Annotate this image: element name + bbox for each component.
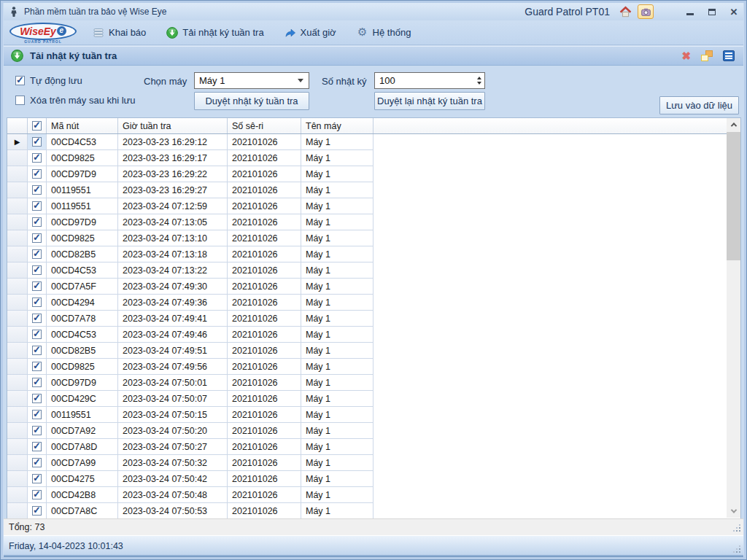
auto-save-checkbox[interactable] [15, 76, 25, 85]
row-check-cell[interactable] [28, 214, 47, 230]
menu-item-khai-bao[interactable]: Khai báo [93, 27, 146, 39]
table-row[interactable]: 00CD7A8C 2023-03-24 07:50:53 202101026 M… [7, 503, 740, 519]
spinner-arrows-icon[interactable] [477, 77, 481, 85]
cascade-windows-icon[interactable] [701, 50, 713, 61]
table-row[interactable]: 00CD4C53 2023-03-24 07:49:46 202101026 M… [7, 327, 740, 343]
row-checkbox[interactable] [32, 153, 42, 163]
row-checkbox[interactable] [32, 330, 42, 339]
row-selector-cell[interactable] [7, 407, 28, 423]
row-check-cell[interactable] [28, 423, 47, 439]
row-check-cell[interactable] [28, 150, 47, 166]
row-check-cell[interactable] [28, 279, 47, 295]
row-check-cell[interactable] [28, 391, 47, 407]
row-check-cell[interactable] [28, 262, 47, 279]
row-checkbox[interactable] [32, 314, 42, 323]
row-selector-cell[interactable] [7, 279, 28, 295]
table-row[interactable]: 00CD7A92 2023-03-24 07:50:20 202101026 M… [7, 423, 740, 439]
row-checkbox[interactable] [32, 410, 42, 419]
row-selector-cell[interactable] [7, 439, 28, 455]
row-selector-cell[interactable] [7, 182, 28, 198]
machine-select[interactable]: Máy 1 [194, 72, 309, 89]
row-checkbox[interactable] [32, 185, 42, 195]
menu-item-xuat-gio[interactable]: Xuất giờ [285, 27, 336, 39]
row-selector-cell[interactable] [7, 166, 28, 182]
restore-button[interactable] [707, 7, 717, 17]
table-row[interactable]: 00CD7A5F 2023-03-24 07:49:30 202101026 M… [7, 279, 740, 295]
row-check-cell[interactable] [28, 439, 47, 455]
scroll-up-icon[interactable] [727, 118, 740, 131]
row-check-cell[interactable] [28, 503, 47, 519]
table-row[interactable]: 00CD97D9 2023-03-24 07:50:01 202101026 M… [7, 375, 740, 391]
row-check-cell[interactable] [28, 246, 47, 262]
row-checkbox[interactable] [32, 506, 42, 516]
table-row[interactable]: 00119551 2023-03-23 16:29:27 202101026 M… [7, 182, 740, 198]
row-checkbox[interactable] [32, 265, 42, 275]
table-row[interactable]: 00CD97D9 2023-03-23 16:29:22 202101026 M… [7, 166, 740, 182]
row-selector-cell[interactable] [7, 311, 28, 327]
row-selector-cell[interactable] [7, 471, 28, 487]
select-all-checkbox[interactable] [32, 121, 42, 131]
row-check-cell[interactable] [28, 487, 47, 503]
delete-after-checkbox[interactable] [15, 96, 25, 105]
table-row[interactable]: 00CD7A99 2023-03-24 07:50:32 202101026 M… [7, 455, 740, 471]
panel-close-icon[interactable]: ✖ [681, 50, 691, 61]
save-to-database-button[interactable]: Lưu vào dữ liệu [659, 96, 739, 114]
table-row[interactable]: 00CD429C 2023-03-24 07:50:07 202101026 M… [7, 391, 740, 407]
row-checkbox[interactable] [32, 362, 42, 371]
delete-after-checkbox-row[interactable]: Xóa trên máy sau khi lưu [15, 95, 136, 106]
home-icon[interactable] [619, 5, 632, 18]
table-row[interactable]: 00CD9825 2023-03-24 07:13:10 202101026 M… [7, 230, 740, 246]
row-selector-cell[interactable] [7, 359, 28, 375]
row-checkbox[interactable] [32, 394, 42, 403]
row-check-cell[interactable] [28, 359, 47, 375]
scroll-down-icon[interactable] [727, 505, 740, 518]
vertical-scrollbar[interactable] [727, 118, 740, 518]
windows-logo-icon[interactable] [659, 7, 670, 18]
rebrowse-log-button[interactable]: Duyệt lại nhật ký tuần tra [374, 92, 485, 110]
row-checkbox[interactable] [32, 426, 42, 435]
row-checkbox[interactable] [32, 490, 42, 499]
row-selector-cell[interactable]: ▶ [7, 134, 28, 150]
row-checkbox[interactable] [32, 442, 42, 451]
row-check-cell[interactable] [28, 471, 47, 487]
row-selector-cell[interactable] [7, 214, 28, 230]
row-checkbox[interactable] [32, 169, 42, 179]
table-row[interactable]: 00CD9825 2023-03-24 07:49:56 202101026 M… [7, 359, 740, 375]
row-check-cell[interactable] [28, 198, 47, 214]
header-check-cell[interactable] [28, 118, 47, 133]
camera-icon[interactable] [638, 4, 654, 19]
column-header-serial[interactable]: Số sê-ri [228, 118, 301, 133]
table-row[interactable]: 00CD4C53 2023-03-24 07:13:22 202101026 M… [7, 262, 740, 279]
table-row[interactable]: ▶ 00CD4C53 2023-03-23 16:29:12 202101026… [7, 134, 740, 150]
row-check-cell[interactable] [28, 375, 47, 391]
row-selector-cell[interactable] [7, 150, 28, 166]
row-check-cell[interactable] [28, 134, 47, 150]
column-header-machine[interactable]: Tên máy [301, 118, 374, 133]
menu-item-he-thong[interactable]: ⚙ Hệ thống [357, 27, 411, 39]
row-selector-cell[interactable] [7, 455, 28, 471]
table-row[interactable]: 00CD82B5 2023-03-24 07:13:18 202101026 M… [7, 246, 740, 262]
row-selector-cell[interactable] [7, 503, 28, 519]
row-checkbox[interactable] [32, 281, 42, 291]
browse-log-button[interactable]: Duyệt nhật ký tuần tra [194, 92, 309, 110]
list-icon[interactable] [723, 50, 735, 61]
close-button[interactable]: ✕ [729, 7, 739, 17]
row-check-cell[interactable] [28, 327, 47, 343]
table-row[interactable]: 00CD4275 2023-03-24 07:50:42 202101026 M… [7, 471, 740, 487]
table-row[interactable]: 00CD42B8 2023-03-24 07:50:48 202101026 M… [7, 487, 740, 503]
row-check-cell[interactable] [28, 455, 47, 471]
table-row[interactable]: 00119551 2023-03-24 07:50:15 202101026 M… [7, 407, 740, 423]
row-checkbox[interactable] [32, 346, 42, 355]
row-check-cell[interactable] [28, 311, 47, 327]
row-check-cell[interactable] [28, 182, 47, 198]
minimize-button[interactable] [685, 7, 695, 17]
row-selector-cell[interactable] [7, 262, 28, 279]
column-header-patrol-time[interactable]: Giờ tuần tra [118, 118, 228, 133]
auto-save-checkbox-row[interactable]: Tự động lưu [15, 75, 82, 86]
scrollbar-thumb[interactable] [727, 132, 740, 260]
table-row[interactable]: 00119551 2023-03-24 07:12:59 202101026 M… [7, 198, 740, 214]
menu-item-tai-nhat-ky[interactable]: Tải nhật ký tuần tra [166, 27, 263, 39]
row-checkbox[interactable] [32, 233, 42, 243]
row-selector-cell[interactable] [7, 295, 28, 311]
row-selector-cell[interactable] [7, 343, 28, 359]
